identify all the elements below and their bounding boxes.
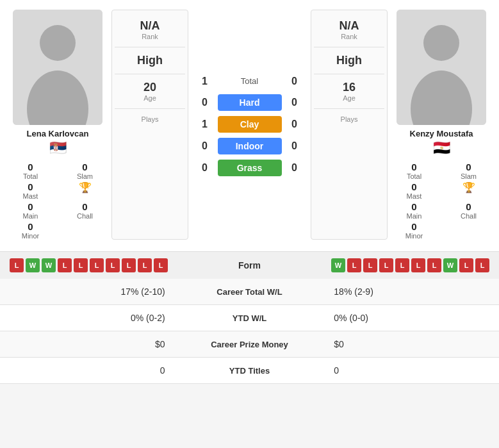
left-stat-mast: 0 Mast — [6, 181, 54, 200]
left-player-silhouette — [13, 10, 102, 125]
form-badge-l: L — [10, 258, 24, 272]
stats-table: 17% (2-10)Career Total W/L18% (2-9)0% (0… — [0, 279, 499, 384]
form-badge-w: W — [331, 258, 345, 272]
stat-left: 17% (2-10) — [0, 279, 175, 305]
svg-point-4 — [423, 25, 459, 61]
left-middle-panel: N/A Rank High 20 Age Plays — [111, 10, 188, 240]
form-badge-w: W — [42, 258, 56, 272]
surface-row-grass: 0 Grass 0 — [191, 157, 308, 179]
right-surface-stat: High — [336, 54, 362, 67]
left-divider-1 — [115, 47, 185, 47]
stat-left: 0 — [0, 358, 175, 384]
left-trophy-icon: 🏆 — [61, 181, 109, 200]
stat-left: $0 — [0, 331, 175, 358]
form-badge-l: L — [475, 258, 489, 272]
form-badge-l: L — [379, 258, 393, 272]
right-divider-3 — [314, 108, 384, 109]
table-row: 17% (2-10)Career Total W/L18% (2-9) — [0, 279, 499, 305]
left-age-stat: 20 Age — [143, 81, 156, 102]
stat-right: 0% (0-0) — [324, 305, 499, 331]
form-badge-w: W — [443, 258, 457, 272]
surface-row-hard: 0 Hard 0 — [191, 92, 308, 113]
stat-right: 18% (2-9) — [324, 279, 499, 305]
stat-center: Career Prize Money — [175, 331, 325, 358]
right-stat-total: 0 Total — [390, 162, 438, 180]
right-player-silhouette — [397, 10, 486, 125]
left-divider-3 — [115, 108, 185, 109]
right-stat-chall: 0 Chall — [445, 201, 493, 220]
left-player-avatar — [13, 10, 102, 125]
form-badge-l: L — [459, 258, 473, 272]
form-badge-l: L — [90, 258, 104, 272]
form-badge-l: L — [74, 258, 88, 272]
right-player-avatar — [397, 10, 486, 125]
left-surface-stat: High — [137, 54, 163, 67]
left-stat-total: 0 Total — [6, 162, 54, 180]
form-badge-l: L — [138, 258, 152, 272]
form-badge-l: L — [427, 258, 441, 272]
left-divider-2 — [115, 74, 185, 74]
form-badge-l: L — [363, 258, 377, 272]
right-stat-slam: 0 Slam — [445, 162, 493, 180]
right-age-stat: 16 Age — [343, 81, 356, 102]
form-badge-w: W — [26, 258, 40, 272]
comparison-section: Lena Karlovcan 🇷🇸 0 Total 0 Slam 0 Mast … — [0, 0, 499, 246]
right-trophy-icon: 🏆 — [445, 181, 493, 200]
right-divider-1 — [314, 47, 384, 47]
right-stat-minor: 0 Minor — [390, 221, 438, 240]
center-section: 1 Total 0 0 Hard 0 1 Clay 0 0 Indoor 0 — [191, 10, 308, 240]
form-badge-l: L — [411, 258, 425, 272]
left-player-stats: 0 Total 0 Slam 0 Mast 🏆 0 Main — [6, 162, 109, 240]
stat-center: YTD W/L — [175, 305, 325, 331]
left-stat-minor: 0 Minor — [6, 221, 54, 240]
right-player-flag: 🇪🇬 — [433, 140, 450, 156]
left-player-name: Lena Karlovcan — [27, 129, 89, 138]
right-stat-mast: 0 Mast — [390, 181, 438, 200]
table-row: $0Career Prize Money$0 — [0, 331, 499, 358]
form-badge-l: L — [122, 258, 136, 272]
form-badge-l: L — [395, 258, 409, 272]
form-badge-l: L — [154, 258, 168, 272]
left-stat-main: 0 Main — [6, 201, 54, 220]
right-divider-2 — [314, 74, 384, 74]
left-rank-stat: N/A Rank — [140, 19, 160, 40]
svg-point-1 — [40, 25, 76, 61]
stat-left: 0% (0-2) — [0, 305, 175, 331]
surface-row-clay: 1 Clay 0 — [191, 113, 308, 135]
stat-center: Career Total W/L — [175, 279, 325, 305]
right-player-name: Kenzy Moustafa — [410, 129, 473, 138]
right-plays-stat: Plays — [341, 115, 358, 123]
form-badge-l: L — [347, 258, 361, 272]
right-form-badges: WLLLLLLWLL — [331, 258, 489, 272]
form-label: Form — [238, 260, 261, 270]
right-stat-main: 0 Main — [390, 201, 438, 220]
surface-row-indoor: 0 Indoor 0 — [191, 135, 308, 157]
right-middle-panel: N/A Rank High 16 Age Plays — [311, 10, 388, 240]
right-player-card: Kenzy Moustafa 🇪🇬 0 Total 0 Slam 0 Mast … — [390, 10, 493, 240]
table-row: 0YTD Titles0 — [0, 358, 499, 384]
main-container: Lena Karlovcan 🇷🇸 0 Total 0 Slam 0 Mast … — [0, 0, 499, 384]
stat-center: YTD Titles — [175, 358, 325, 384]
left-form-badges: LWWLLLLLLL — [10, 258, 168, 272]
form-section: LWWLLLLLLL Form WLLLLLLWLL — [0, 251, 499, 279]
stat-right: 0 — [324, 358, 499, 384]
right-rank-stat: N/A Rank — [339, 19, 359, 40]
left-plays-stat: Plays — [142, 115, 159, 123]
left-stat-slam: 0 Slam — [61, 162, 109, 180]
right-player-stats: 0 Total 0 Slam 0 Mast 🏆 0 Main — [390, 162, 493, 240]
form-badge-l: L — [106, 258, 120, 272]
left-player-card: Lena Karlovcan 🇷🇸 0 Total 0 Slam 0 Mast … — [6, 10, 109, 240]
left-player-flag: 🇷🇸 — [49, 140, 67, 156]
left-stat-chall: 0 Chall — [61, 201, 109, 220]
surface-row-total: 1 Total 0 — [191, 71, 308, 92]
form-badge-l: L — [58, 258, 72, 272]
stat-right: $0 — [324, 331, 499, 358]
table-row: 0% (0-2)YTD W/L0% (0-0) — [0, 305, 499, 331]
